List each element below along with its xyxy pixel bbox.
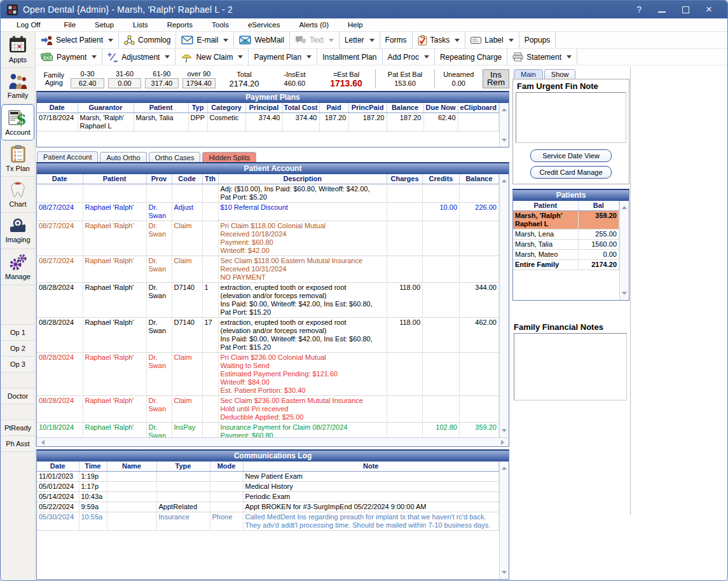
letter-button[interactable]: Letter: [340, 32, 380, 48]
chevron-down-icon[interactable]: [369, 39, 374, 44]
scroll-down-icon[interactable]: [502, 429, 507, 435]
chevron-down-icon[interactable]: [92, 55, 97, 61]
tab-hidden-splits[interactable]: Hidden Splits: [202, 152, 256, 162]
table-row[interactable]: 08/28/2024Raphael 'Ralph'Dr. SwanClaimPr…: [37, 352, 499, 395]
scroll-down-icon[interactable]: [502, 571, 507, 577]
e-mail-button[interactable]: E-mail: [176, 32, 234, 48]
scroll-up-icon[interactable]: [622, 203, 627, 209]
chevron-down-icon[interactable]: [455, 39, 460, 44]
sidebar-item-account[interactable]: $Account: [1, 104, 34, 140]
menu-item-help[interactable]: Help: [338, 20, 373, 30]
chevron-down-icon[interactable]: [223, 39, 228, 44]
close-button[interactable]: ×: [706, 6, 712, 13]
vertical-scrollbar[interactable]: [619, 201, 629, 300]
add-proc-button[interactable]: Add Proc: [383, 49, 435, 65]
menu-item-setup[interactable]: Setup: [85, 20, 123, 30]
room-button-ph-asst[interactable]: Ph Asst: [1, 436, 35, 452]
table-row[interactable]: Marsh, Talia1560.00: [513, 239, 619, 249]
room-button-op-1[interactable]: Op 1: [1, 325, 35, 341]
scroll-left-icon[interactable]: [39, 440, 45, 445]
sidebar-item-tx-plan[interactable]: 123Tx Plan: [1, 140, 35, 177]
new-claim-button[interactable]: New Claim: [175, 49, 249, 65]
menu-item-file[interactable]: File: [55, 20, 86, 30]
table-row[interactable]: 07/18/2024Marsh, 'Ralph' Raphael LMarsh,…: [37, 113, 499, 131]
scroll-up-icon[interactable]: [502, 464, 507, 470]
scroll-up-icon[interactable]: [502, 177, 507, 182]
table-row[interactable]: 08/28/2024Raphael 'Ralph'Dr. SwanD71401e…: [37, 282, 499, 317]
chevron-down-icon[interactable]: [329, 39, 334, 44]
chevron-down-icon[interactable]: [238, 55, 243, 61]
payment-plan-button[interactable]: Payment Plan: [249, 49, 317, 65]
help-button[interactable]: ?: [636, 4, 642, 15]
payment-button[interactable]: Payment: [36, 49, 102, 65]
tab-show[interactable]: Show: [544, 69, 576, 79]
table-row[interactable]: 08/28/2024Raphael 'Ralph'Dr. SwanD714017…: [37, 317, 499, 352]
sidebar-item-manage[interactable]: Manage: [1, 249, 35, 285]
fam-urgent-fin-note-input[interactable]: [516, 92, 626, 143]
horizontal-scrollbar[interactable]: [37, 437, 509, 446]
sidebar-item-imaging[interactable]: Imaging: [1, 213, 35, 249]
table-row[interactable]: 10/18/2024Raphael 'Ralph'Dr. SwanInsPayI…: [37, 422, 499, 437]
tasks-button[interactable]: Tasks: [413, 32, 466, 48]
tab-patient-account[interactable]: Patient Account: [37, 151, 98, 162]
chevron-down-icon[interactable]: [108, 39, 113, 44]
adjustment-button[interactable]: Adjustment: [102, 49, 175, 65]
table-row[interactable]: 05/01/20241:17pMedical History: [37, 481, 499, 491]
forms-button[interactable]: Forms: [380, 32, 413, 48]
room-button-doctor[interactable]: Doctor: [1, 388, 35, 404]
table-row[interactable]: Adj: ($10.00), Ins Paid: $60.80, Writeof…: [37, 184, 499, 202]
statement-button[interactable]: Statement: [507, 49, 577, 65]
tab-auto-ortho[interactable]: Auto Ortho: [100, 152, 146, 162]
table-row[interactable]: 11/01/20231:19pNew Patient Exam: [37, 471, 499, 481]
table-row[interactable]: 08/28/2024Raphael 'Ralph'Dr. SwanClaimSe…: [37, 395, 499, 422]
table-row[interactable]: Marsh, Mateo0.00: [513, 249, 619, 259]
credit-card-manage-button[interactable]: Credit Card Manage: [530, 166, 612, 179]
maximize-button[interactable]: [682, 6, 689, 13]
family-financial-notes-input[interactable]: [514, 333, 627, 400]
repeating-charge-button[interactable]: Repeating Charge: [435, 49, 507, 65]
chevron-down-icon[interactable]: [165, 55, 170, 61]
vertical-scrollbar[interactable]: [499, 103, 509, 147]
menu-item-alerts-0[interactable]: Alerts (0): [289, 20, 338, 30]
chevron-down-icon[interactable]: [509, 39, 514, 44]
menu-item-eservices[interactable]: eServices: [238, 20, 290, 30]
table-row[interactable]: Marsh, 'Ralph' Raphael L359.20: [513, 210, 619, 229]
sidebar-item-family[interactable]: Family: [1, 68, 35, 104]
webmail-button[interactable]: WebMail: [234, 32, 289, 48]
vertical-scrollbar[interactable]: [499, 461, 509, 579]
ins-rem-button[interactable]: Ins Rem: [483, 69, 509, 88]
chevron-down-icon[interactable]: [306, 55, 312, 61]
table-row[interactable]: 08/27/2024Raphael 'Ralph'Dr. SwanClaimSe…: [37, 256, 499, 282]
minimize-button[interactable]: [658, 11, 666, 13]
scroll-down-icon[interactable]: [622, 292, 627, 297]
table-row[interactable]: 05/30/202410:55aInsurancePhoneCalled Med…: [37, 512, 499, 530]
tab-main[interactable]: Main: [514, 69, 543, 79]
table-row[interactable]: 05/14/202410:43aPeriodic Exam: [37, 491, 499, 502]
popups-button[interactable]: Popups: [519, 32, 556, 48]
commlog-button[interactable]: Commlog: [119, 32, 176, 48]
scroll-down-icon[interactable]: [502, 139, 507, 144]
chevron-down-icon[interactable]: [567, 55, 572, 61]
label-button[interactable]: Label: [465, 32, 519, 48]
room-button-ptready[interactable]: PtReady: [1, 420, 35, 436]
menu-item-lists[interactable]: Lists: [123, 20, 158, 30]
menu-item-tools[interactable]: Tools: [202, 20, 238, 30]
table-row[interactable]: 08/27/2024Raphael 'Ralph'Dr. SwanAdjust$…: [37, 202, 499, 221]
table-row[interactable]: Marsh, Lena255.00: [513, 229, 619, 239]
service-date-view-button[interactable]: Service Date View: [530, 149, 612, 162]
scroll-right-icon[interactable]: [501, 440, 507, 445]
menu-item-log-off[interactable]: Log Off: [7, 20, 55, 30]
table-row[interactable]: 05/22/20249:59aApptRelatedAppt BROKEN fo…: [37, 502, 499, 512]
room-button-op-3[interactable]: Op 3: [1, 357, 35, 373]
table-row[interactable]: 08/27/2024Raphael 'Ralph'Dr. SwanClaimPr…: [37, 221, 499, 256]
select-patient-button[interactable]: Select Patient: [36, 32, 119, 48]
installment-plan-button[interactable]: Installment Plan: [317, 49, 382, 65]
menu-item-reports[interactable]: Reports: [158, 20, 202, 30]
sidebar-item-appts[interactable]: Appts: [1, 32, 35, 68]
sidebar-item-chart[interactable]: Chart: [1, 177, 35, 213]
tab-ortho-cases[interactable]: Ortho Cases: [149, 152, 201, 162]
table-row[interactable]: Entire Family2174.20: [513, 259, 619, 270]
scroll-up-icon[interactable]: [502, 106, 507, 111]
room-button-op-2[interactable]: Op 2: [1, 341, 35, 357]
text-button[interactable]: Text: [290, 32, 340, 48]
